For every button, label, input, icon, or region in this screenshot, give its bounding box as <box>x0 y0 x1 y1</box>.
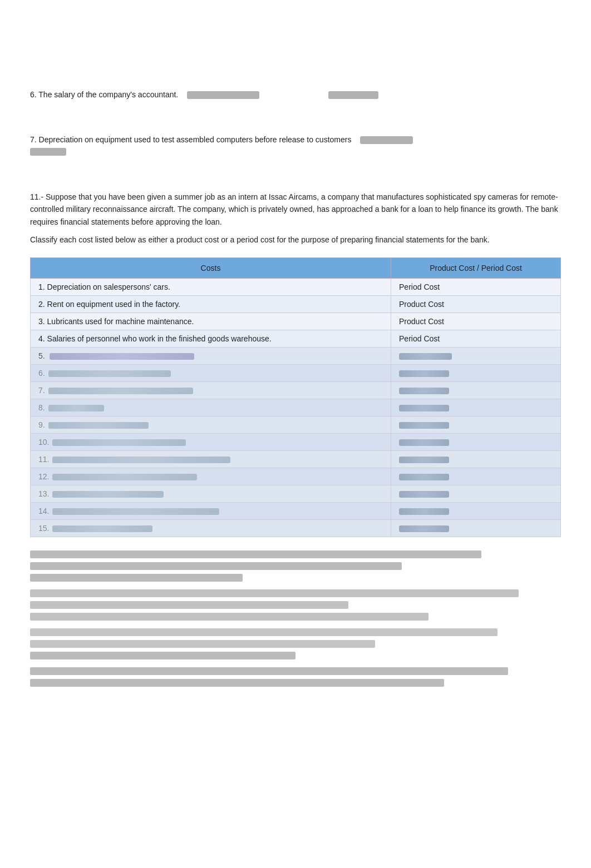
cost-type-cell <box>391 502 561 519</box>
cost-label-cell: 1. Depreciation on salespersons' cars. <box>31 278 391 295</box>
table-row: 5. <box>31 347 561 364</box>
costs-header: Costs <box>31 257 391 278</box>
cost-label-cell: 9. <box>31 416 391 433</box>
cost-type-cell <box>391 364 561 381</box>
q7-redacted-1 <box>360 136 413 144</box>
cost-type-cell <box>391 450 561 468</box>
footer-line-5 <box>30 601 348 609</box>
pc-header: Product Cost / Period Cost <box>391 257 561 278</box>
cost-type-cell: Period Cost <box>391 330 561 347</box>
footer-line-2 <box>30 562 402 570</box>
cost-label-cell: 13. <box>31 485 391 502</box>
question-11: 11.- Suppose that you have been given a … <box>30 191 561 687</box>
cost-type-cell <box>391 468 561 485</box>
cost-type-cell: Product Cost <box>391 295 561 313</box>
cost-label-cell: 15. <box>31 519 391 537</box>
cost-type-cell <box>391 485 561 502</box>
footer-line-1 <box>30 550 481 558</box>
footer-line-8 <box>30 640 375 648</box>
cost-label-cell: 6. <box>31 364 391 381</box>
q11-classify: Classify each cost listed below as eithe… <box>30 234 561 246</box>
table-row: 11. <box>31 450 561 468</box>
footer-line-11 <box>30 679 444 687</box>
table-row: 6. <box>31 364 561 381</box>
cost-type-cell: Product Cost <box>391 313 561 330</box>
footer-line-7 <box>30 628 498 636</box>
cost-label-cell: 11. <box>31 450 391 468</box>
table-row: 9. <box>31 416 561 433</box>
q11-intro: 11.- Suppose that you have been given a … <box>30 191 561 228</box>
table-row: 10. <box>31 433 561 450</box>
q11-footer <box>30 550 561 687</box>
footer-line-9 <box>30 652 296 659</box>
table-row: 15. <box>31 519 561 537</box>
footer-line-3 <box>30 574 243 582</box>
cost-label-cell: 12. <box>31 468 391 485</box>
table-row: 14. <box>31 502 561 519</box>
table-row: 12. <box>31 468 561 485</box>
footer-line-10 <box>30 667 508 675</box>
q6-text: 6. The salary of the company's accountan… <box>30 89 561 101</box>
cost-type-cell: Period Cost <box>391 278 561 295</box>
question-7: 7. Depreciation on equipment used to tes… <box>30 134 561 157</box>
cost-label-cell: 10. <box>31 433 391 450</box>
cost-type-cell <box>391 381 561 399</box>
table-row: 8. <box>31 399 561 416</box>
cost-label-cell: 14. <box>31 502 391 519</box>
cost-label-cell: 5. <box>31 347 391 364</box>
cost-label-cell: 2. Rent on equipment used in the factory… <box>31 295 391 313</box>
cost-type-cell <box>391 416 561 433</box>
table-row: 2. Rent on equipment used in the factory… <box>31 295 561 313</box>
cost-label-cell: 3. Lubricants used for machine maintenan… <box>31 313 391 330</box>
cost-label-cell: 8. <box>31 399 391 416</box>
q7-label: 7. Depreciation on equipment used to tes… <box>30 135 351 144</box>
table-row: 13. <box>31 485 561 502</box>
cost-table: Costs Product Cost / Period Cost 1. Depr… <box>30 257 561 537</box>
cost-label-cell: 7. <box>31 381 391 399</box>
table-row: 1. Depreciation on salespersons' cars.Pe… <box>31 278 561 295</box>
cost-type-cell <box>391 519 561 537</box>
cost-type-cell <box>391 399 561 416</box>
q7-redacted-2 <box>30 148 66 156</box>
q6-redacted-2 <box>328 91 378 99</box>
footer-line-4 <box>30 589 519 597</box>
table-row: 4. Salaries of personnel who work in the… <box>31 330 561 347</box>
footer-line-6 <box>30 613 429 621</box>
q6-redacted-1 <box>187 91 259 99</box>
cost-type-cell <box>391 347 561 364</box>
question-6: 6. The salary of the company's accountan… <box>30 89 561 101</box>
table-row: 3. Lubricants used for machine maintenan… <box>31 313 561 330</box>
q7-text: 7. Depreciation on equipment used to tes… <box>30 134 561 157</box>
cost-label-cell: 4. Salaries of personnel who work in the… <box>31 330 391 347</box>
table-row: 7. <box>31 381 561 399</box>
cost-type-cell <box>391 433 561 450</box>
q6-label: 6. The salary of the company's accountan… <box>30 90 178 99</box>
